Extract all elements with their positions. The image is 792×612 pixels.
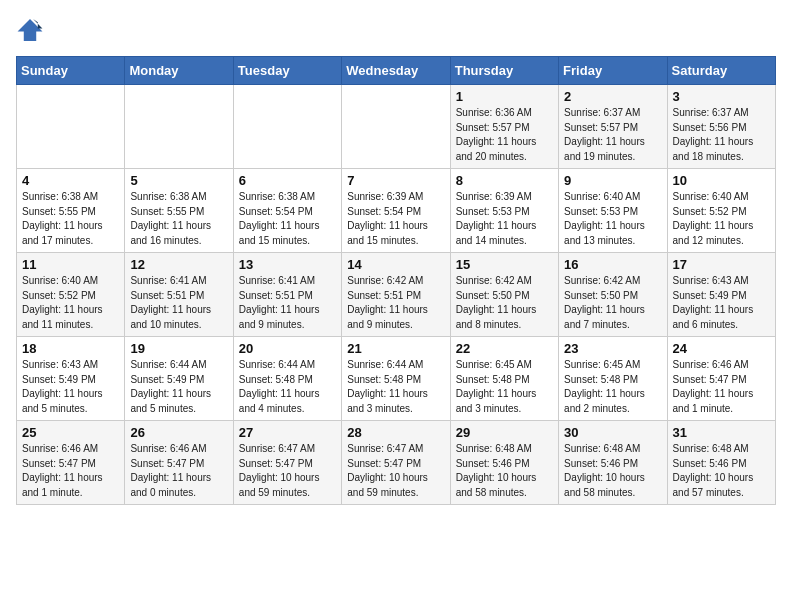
day-of-week-header: Sunday [17,57,125,85]
calendar-week-row: 1Sunrise: 6:36 AM Sunset: 5:57 PM Daylig… [17,85,776,169]
day-info: Sunrise: 6:47 AM Sunset: 5:47 PM Dayligh… [347,442,444,500]
calendar-cell: 5Sunrise: 6:38 AM Sunset: 5:55 PM Daylig… [125,169,233,253]
day-number: 31 [673,425,770,440]
day-number: 29 [456,425,553,440]
calendar-cell: 19Sunrise: 6:44 AM Sunset: 5:49 PM Dayli… [125,337,233,421]
calendar-cell: 7Sunrise: 6:39 AM Sunset: 5:54 PM Daylig… [342,169,450,253]
day-info: Sunrise: 6:42 AM Sunset: 5:51 PM Dayligh… [347,274,444,332]
calendar-cell [342,85,450,169]
day-info: Sunrise: 6:40 AM Sunset: 5:52 PM Dayligh… [22,274,119,332]
day-info: Sunrise: 6:48 AM Sunset: 5:46 PM Dayligh… [673,442,770,500]
day-of-week-header: Saturday [667,57,775,85]
day-number: 25 [22,425,119,440]
day-number: 16 [564,257,661,272]
calendar-cell: 30Sunrise: 6:48 AM Sunset: 5:46 PM Dayli… [559,421,667,505]
calendar-cell: 22Sunrise: 6:45 AM Sunset: 5:48 PM Dayli… [450,337,558,421]
day-number: 19 [130,341,227,356]
day-info: Sunrise: 6:37 AM Sunset: 5:57 PM Dayligh… [564,106,661,164]
calendar-cell: 24Sunrise: 6:46 AM Sunset: 5:47 PM Dayli… [667,337,775,421]
day-number: 28 [347,425,444,440]
day-info: Sunrise: 6:43 AM Sunset: 5:49 PM Dayligh… [22,358,119,416]
day-number: 10 [673,173,770,188]
calendar-cell: 14Sunrise: 6:42 AM Sunset: 5:51 PM Dayli… [342,253,450,337]
calendar-week-row: 18Sunrise: 6:43 AM Sunset: 5:49 PM Dayli… [17,337,776,421]
day-of-week-header: Friday [559,57,667,85]
day-number: 17 [673,257,770,272]
day-number: 13 [239,257,336,272]
day-number: 11 [22,257,119,272]
calendar-cell: 4Sunrise: 6:38 AM Sunset: 5:55 PM Daylig… [17,169,125,253]
day-of-week-header: Tuesday [233,57,341,85]
day-number: 27 [239,425,336,440]
day-info: Sunrise: 6:38 AM Sunset: 5:55 PM Dayligh… [130,190,227,248]
calendar-cell: 29Sunrise: 6:48 AM Sunset: 5:46 PM Dayli… [450,421,558,505]
calendar-cell: 8Sunrise: 6:39 AM Sunset: 5:53 PM Daylig… [450,169,558,253]
calendar-cell: 15Sunrise: 6:42 AM Sunset: 5:50 PM Dayli… [450,253,558,337]
day-info: Sunrise: 6:40 AM Sunset: 5:53 PM Dayligh… [564,190,661,248]
day-info: Sunrise: 6:40 AM Sunset: 5:52 PM Dayligh… [673,190,770,248]
calendar-cell: 20Sunrise: 6:44 AM Sunset: 5:48 PM Dayli… [233,337,341,421]
calendar-cell: 21Sunrise: 6:44 AM Sunset: 5:48 PM Dayli… [342,337,450,421]
day-number: 21 [347,341,444,356]
day-info: Sunrise: 6:44 AM Sunset: 5:48 PM Dayligh… [347,358,444,416]
day-info: Sunrise: 6:39 AM Sunset: 5:53 PM Dayligh… [456,190,553,248]
page-header [16,16,776,44]
day-number: 1 [456,89,553,104]
logo-icon [16,16,44,44]
calendar-cell: 17Sunrise: 6:43 AM Sunset: 5:49 PM Dayli… [667,253,775,337]
day-info: Sunrise: 6:44 AM Sunset: 5:48 PM Dayligh… [239,358,336,416]
day-info: Sunrise: 6:47 AM Sunset: 5:47 PM Dayligh… [239,442,336,500]
day-number: 20 [239,341,336,356]
day-number: 26 [130,425,227,440]
day-info: Sunrise: 6:46 AM Sunset: 5:47 PM Dayligh… [673,358,770,416]
day-number: 14 [347,257,444,272]
day-info: Sunrise: 6:46 AM Sunset: 5:47 PM Dayligh… [22,442,119,500]
day-of-week-header: Wednesday [342,57,450,85]
day-number: 30 [564,425,661,440]
calendar-cell: 11Sunrise: 6:40 AM Sunset: 5:52 PM Dayli… [17,253,125,337]
day-info: Sunrise: 6:45 AM Sunset: 5:48 PM Dayligh… [564,358,661,416]
day-info: Sunrise: 6:38 AM Sunset: 5:54 PM Dayligh… [239,190,336,248]
svg-marker-0 [18,19,43,41]
day-number: 3 [673,89,770,104]
calendar-cell: 6Sunrise: 6:38 AM Sunset: 5:54 PM Daylig… [233,169,341,253]
calendar-table: SundayMondayTuesdayWednesdayThursdayFrid… [16,56,776,505]
day-number: 15 [456,257,553,272]
calendar-cell: 16Sunrise: 6:42 AM Sunset: 5:50 PM Dayli… [559,253,667,337]
day-info: Sunrise: 6:42 AM Sunset: 5:50 PM Dayligh… [456,274,553,332]
calendar-cell: 27Sunrise: 6:47 AM Sunset: 5:47 PM Dayli… [233,421,341,505]
day-number: 22 [456,341,553,356]
day-info: Sunrise: 6:42 AM Sunset: 5:50 PM Dayligh… [564,274,661,332]
day-number: 4 [22,173,119,188]
day-info: Sunrise: 6:39 AM Sunset: 5:54 PM Dayligh… [347,190,444,248]
day-number: 7 [347,173,444,188]
day-info: Sunrise: 6:48 AM Sunset: 5:46 PM Dayligh… [564,442,661,500]
day-number: 8 [456,173,553,188]
calendar-week-row: 25Sunrise: 6:46 AM Sunset: 5:47 PM Dayli… [17,421,776,505]
calendar-cell: 23Sunrise: 6:45 AM Sunset: 5:48 PM Dayli… [559,337,667,421]
calendar-week-row: 11Sunrise: 6:40 AM Sunset: 5:52 PM Dayli… [17,253,776,337]
day-number: 12 [130,257,227,272]
day-info: Sunrise: 6:41 AM Sunset: 5:51 PM Dayligh… [130,274,227,332]
calendar-cell: 9Sunrise: 6:40 AM Sunset: 5:53 PM Daylig… [559,169,667,253]
calendar-header-row: SundayMondayTuesdayWednesdayThursdayFrid… [17,57,776,85]
calendar-cell [125,85,233,169]
calendar-cell [17,85,125,169]
calendar-cell: 13Sunrise: 6:41 AM Sunset: 5:51 PM Dayli… [233,253,341,337]
day-number: 2 [564,89,661,104]
calendar-cell: 3Sunrise: 6:37 AM Sunset: 5:56 PM Daylig… [667,85,775,169]
day-of-week-header: Monday [125,57,233,85]
day-number: 23 [564,341,661,356]
calendar-cell: 31Sunrise: 6:48 AM Sunset: 5:46 PM Dayli… [667,421,775,505]
day-number: 24 [673,341,770,356]
calendar-cell: 1Sunrise: 6:36 AM Sunset: 5:57 PM Daylig… [450,85,558,169]
day-info: Sunrise: 6:45 AM Sunset: 5:48 PM Dayligh… [456,358,553,416]
calendar-week-row: 4Sunrise: 6:38 AM Sunset: 5:55 PM Daylig… [17,169,776,253]
day-info: Sunrise: 6:43 AM Sunset: 5:49 PM Dayligh… [673,274,770,332]
calendar-cell: 26Sunrise: 6:46 AM Sunset: 5:47 PM Dayli… [125,421,233,505]
day-number: 5 [130,173,227,188]
day-of-week-header: Thursday [450,57,558,85]
calendar-cell: 2Sunrise: 6:37 AM Sunset: 5:57 PM Daylig… [559,85,667,169]
calendar-cell: 10Sunrise: 6:40 AM Sunset: 5:52 PM Dayli… [667,169,775,253]
day-info: Sunrise: 6:48 AM Sunset: 5:46 PM Dayligh… [456,442,553,500]
